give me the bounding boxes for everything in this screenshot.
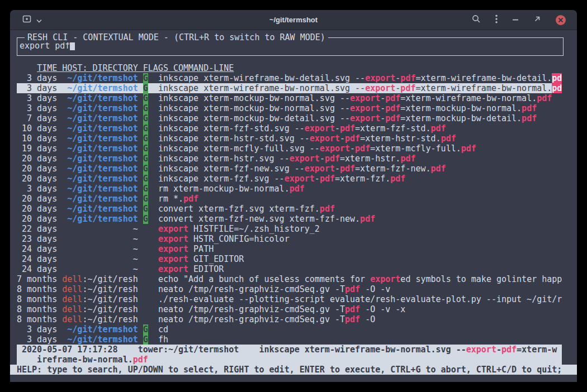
row-command-segment: pdf [400,83,415,93]
menu-button[interactable] [495,15,498,26]
text-segment [62,334,67,345]
row-host-dir: ~ [133,254,138,264]
history-row[interactable]: 3 days ~/git/termshot G inkscape xterm-m… [17,103,562,113]
history-row[interactable]: 19 days ~/git/termshot G inkscape xterm-… [17,144,562,154]
history-row[interactable]: 8 months dell:~/git/resh neato /tmp/resh… [17,314,562,324]
row-host-dir: dell [62,304,82,314]
minimize-button[interactable] [512,15,519,25]
row-command-segment: inkscape xterm-mockup-bw-normal.svg -- [158,103,350,113]
row-command-segment: pdf [320,174,335,184]
text-segment [138,83,143,93]
git-flag: G [143,174,148,184]
history-row[interactable]: 24 days ~ export GIT_EDITOR [17,254,562,264]
row-host-dir: dell [62,284,82,294]
detail-segment: pdf [133,355,148,365]
history-row[interactable]: 3 days ~/git/termshot G inkscape xterm-m… [17,93,562,103]
text-segment [148,304,158,314]
text-segment [148,214,158,224]
text-segment [62,164,67,174]
history-row[interactable]: 10 days ~/git/termshot G inkscape xterm-… [17,123,562,133]
row-time: 3 days [17,83,62,93]
row-time: 24 days [17,244,62,254]
history-row[interactable]: 24 days ~ export EDITOR [17,264,562,274]
history-row[interactable]: 3 days ~/git/termshot G rm xterm-mockup-… [17,184,562,194]
row-command-segment: export [350,113,380,123]
row-command-segment: pdf [360,214,375,224]
history-row[interactable]: 22 days ~ export HISTFILE=~/.zsh_history… [17,224,562,234]
close-button[interactable] [556,15,566,25]
restore-icon [533,15,541,25]
row-command-segment: echo "Add a bunch of useless comments fo… [158,274,370,284]
history-row[interactable]: 10 days ~/git/termshot G inkscape xterm-… [17,133,562,144]
row-time: 20 days [17,204,62,214]
row-command-segment: pdf [345,304,360,314]
terminal-content[interactable]: RESH CLI - CONTEXTUAL MODE - (CTRL+R to … [10,30,577,382]
text-segment [148,103,158,113]
text-segment [138,93,143,103]
flag-empty [143,304,148,314]
row-command-segment: inkscape xterm-mcfly-full.svg -- [158,144,320,154]
row-command-segment: export [365,73,395,83]
history-row[interactable]: 20 days ~/git/termshot G inkscape xterm-… [17,174,562,184]
text-segment [148,224,158,234]
history-row[interactable]: 3 days ~/git/termshot G fh [17,334,562,345]
row-command-segment: pdf [385,113,400,123]
detail-segment: 2020-05-07 17:17:28 tower:~/git/termshot… [22,345,466,355]
history-row[interactable]: 8 months dell:~/git/resh neato /tmp/resh… [17,304,562,314]
tab-dropdown-button[interactable] [36,15,42,25]
history-row[interactable]: 3 days ~/git/termshot G inkscape xterm-w… [17,73,562,83]
new-tab-icon [22,15,32,26]
text-segment [148,73,158,83]
row-time: 22 days [17,224,62,234]
row-command-segment: inkscape xterm-wireframe-bw-detail.svg -… [158,73,365,83]
text-segment [138,314,143,324]
history-row[interactable]: 20 days ~/git/termshot G convert xterm-f… [17,204,562,214]
row-command-segment: =xterm-fzf. [335,174,390,184]
row-command-segment: GIT_EDITOR [188,254,244,264]
row-command-segment: pd [552,73,562,83]
row-time: 8 months [17,294,62,304]
history-row[interactable]: 20 days ~/git/termshot G inkscape xterm-… [17,154,562,164]
text-segment [138,174,143,184]
flag-empty [143,294,148,304]
new-tab-button[interactable] [22,15,32,26]
history-row[interactable]: 8 months dell:~/git/resh neato /tmp/resh… [17,284,562,294]
row-command-segment: - [380,113,385,123]
text-segment [138,264,143,274]
text-segment [148,113,158,123]
text-segment [138,184,143,194]
minimize-icon [512,15,519,25]
history-row[interactable]: 20 days ~/git/termshot G rm *.pdf [17,194,562,204]
text-segment [62,244,132,254]
history-row[interactable]: 20 days ~/git/termshot G convert xterm-f… [17,214,562,224]
row-command-segment: export [350,93,380,103]
text-segment [148,294,158,304]
row-command-segment: pdf [522,113,537,123]
restore-button[interactable] [533,15,541,25]
search-button[interactable] [472,15,481,26]
text-segment [138,164,143,174]
history-row[interactable]: 7 months dell:~/git/resh echo "Add a bun… [17,274,562,284]
row-command-segment: export [285,174,315,184]
row-command-segment: pdf [441,133,456,144]
history-row[interactable]: 24 days ~ export PATH [17,244,562,254]
row-host-dir: ~/git/termshot [67,154,138,164]
header-indent [17,63,37,73]
history-row-selected[interactable]: 3 days ~/git/termshot G inkscape xterm-w… [17,83,562,93]
history-row[interactable]: 20 days ~/git/termshot G inkscape xterm-… [17,164,562,174]
text-segment [138,334,143,345]
history-row[interactable]: 3 days ~/git/termshot G cd [17,324,562,334]
history-row[interactable]: 7 days ~/git/termshot G inkscape xterm-m… [17,113,562,123]
row-command-segment: HSTR_CONFIG=hicolor [188,234,290,244]
text-segment [148,123,158,133]
row-command-segment: inkscape xterm-mockup-bw-normal.svg -- [158,93,350,103]
row-command-segment: cd [158,324,168,334]
titlebar[interactable]: ~/git/termshot [10,10,577,30]
text-segment [138,154,143,164]
text-segment [138,234,143,244]
history-row[interactable]: 8 months dell:~/git/resh ./resh-evaluate… [17,294,562,304]
header-text: TIME HOST: DIRECTORY FLAGS COMMAND-LINE [37,63,234,73]
text-segment [148,184,158,194]
history-row[interactable]: 23 days ~ export HSTR_CONFIG=hicolor [17,234,562,244]
search-box: RESH CLI - CONTEXTUAL MODE - (CTRL+R to … [17,37,564,56]
